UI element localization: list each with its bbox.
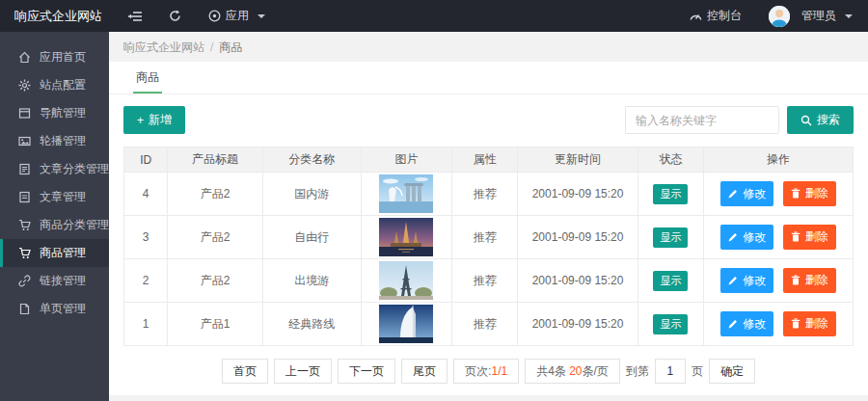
app-menu-label: 应用	[226, 8, 249, 24]
column-header-category: 分类名称	[262, 147, 361, 173]
cell-actions: 修改 删除	[703, 303, 853, 346]
burj-al-arab-thumbnail	[379, 305, 433, 343]
cell-actions: 修改 删除	[703, 216, 853, 259]
status-badge[interactable]: 显示	[653, 227, 688, 248]
topbar-left-actions: 应用	[117, 0, 277, 32]
status-badge[interactable]: 显示	[653, 314, 688, 334]
user-name-label: 管理员	[801, 8, 836, 24]
cell-updated: 2001-09-09 15:20	[518, 173, 638, 216]
avatar[interactable]	[769, 6, 790, 27]
table-row: 4 产品2 国内游	[124, 173, 854, 216]
page-info-label: 页次:	[465, 364, 491, 378]
cell-updated: 2001-09-09 15:20	[518, 259, 638, 303]
page-confirm-button[interactable]: 确定	[709, 359, 755, 384]
edit-button[interactable]: 修改	[720, 181, 773, 206]
edit-button[interactable]: 修改	[720, 311, 773, 336]
plus-icon: +	[137, 114, 144, 127]
breadcrumb-root[interactable]: 响应式企业网站	[123, 40, 204, 54]
cell-updated: 2001-09-09 15:20	[518, 303, 638, 346]
home-icon	[18, 51, 31, 64]
sidebar-item-single-page-manage[interactable]: 单页管理	[0, 295, 109, 323]
product-category-icon	[18, 219, 31, 231]
search-button[interactable]: 搜索	[787, 106, 854, 134]
page-last-button[interactable]: 尾页	[401, 359, 448, 384]
column-header-status: 状态	[637, 147, 703, 173]
tab-products[interactable]: 商品	[133, 62, 162, 94]
page-total-info: 共4条 20条/页	[525, 359, 620, 384]
refresh-icon[interactable]	[157, 0, 193, 32]
sidebar-item-article-manage[interactable]: 文章管理	[0, 183, 109, 211]
cart-icon	[18, 247, 31, 259]
edit-button[interactable]: 修改	[720, 225, 773, 250]
chevron-down-icon	[845, 14, 853, 18]
column-header-attr: 属性	[452, 147, 518, 173]
column-header-id: ID	[124, 147, 168, 173]
cell-status: 显示	[637, 216, 703, 259]
app-menu[interactable]: 应用	[197, 0, 277, 32]
cell-category: 出境游	[262, 259, 361, 303]
topbar: 响应式企业网站 应用 控制台 管理员	[0, 0, 868, 32]
cell-category: 自由行	[262, 216, 361, 259]
trash-icon	[791, 231, 800, 242]
content-area: 响应式企业网站/商品 商品 + 新增 搜索	[109, 32, 868, 401]
page-first-button[interactable]: 首页	[222, 359, 268, 384]
sidebar-item-label: 导航管理	[40, 105, 86, 121]
chevron-down-icon	[258, 14, 265, 18]
carousel-icon	[18, 135, 31, 147]
pagination: 首页 上一页 下一页 尾页 页次:1/1 共4条 20条/页 到第 页 确定	[123, 359, 854, 384]
sidebar-item-label: 商品分类管理	[40, 217, 109, 233]
status-badge[interactable]: 显示	[653, 271, 688, 291]
article-category-icon	[18, 163, 31, 175]
eiffel-tower-thumbnail	[379, 261, 433, 300]
page-prev-button[interactable]: 上一页	[274, 359, 332, 384]
table-header-row: ID 产品标题 分类名称 图片 属性 更新时间 状态 操作	[124, 147, 854, 173]
column-header-updated: 更新时间	[518, 147, 638, 173]
add-button[interactable]: + 新增	[123, 106, 185, 134]
products-table: ID 产品标题 分类名称 图片 属性 更新时间 状态 操作 4	[123, 147, 854, 346]
edit-button-label: 修改	[743, 316, 766, 333]
nav-icon	[18, 107, 31, 120]
toolbar: + 新增 搜索	[123, 106, 854, 134]
sidebar-item-app-home[interactable]: 应用首页	[0, 43, 109, 71]
delete-button[interactable]: 删除	[783, 268, 836, 293]
card-body: + 新增 搜索 ID 产品标题	[109, 94, 868, 395]
app-icon	[208, 10, 221, 22]
table-row: 2 产品2 出境游	[124, 259, 854, 303]
sidebar-item-product-manage[interactable]: 商品管理	[0, 239, 109, 267]
cell-actions: 修改 删除	[703, 173, 853, 216]
sidebar-item-nav-manage[interactable]: 导航管理	[0, 99, 109, 127]
cell-id: 3	[124, 216, 168, 259]
total-count-label: 共4条	[536, 364, 566, 378]
console-link[interactable]: 控制台	[678, 0, 753, 32]
page-goto-input[interactable]	[655, 359, 686, 384]
sidebar-item-carousel-manage[interactable]: 轮播管理	[0, 127, 109, 155]
delete-button-label: 删除	[805, 228, 828, 245]
sidebar-item-link-manage[interactable]: 链接管理	[0, 267, 109, 295]
page-next-button[interactable]: 下一页	[338, 359, 395, 384]
collapse-sidebar-icon[interactable]	[117, 0, 153, 32]
cell-image	[361, 173, 452, 216]
cell-category: 经典路线	[262, 303, 361, 346]
search-input[interactable]	[625, 106, 779, 134]
sidebar-item-article-category-manage[interactable]: 文章分类管理	[0, 155, 109, 183]
sidebar-item-label: 文章分类管理	[40, 161, 109, 177]
tab-bar: 商品	[109, 62, 868, 94]
sidebar-item-label: 站点配置	[40, 77, 86, 94]
delete-button[interactable]: 删除	[783, 225, 836, 250]
delete-button[interactable]: 删除	[783, 311, 836, 336]
trash-icon	[791, 318, 800, 329]
sidebar-item-product-category-manage[interactable]: 商品分类管理	[0, 211, 109, 239]
status-badge[interactable]: 显示	[653, 184, 688, 204]
cell-id: 4	[124, 173, 168, 216]
sidebar: 应用首页 站点配置 导航管理 轮播管理 文章分类管理 文章管理 商品分类管理	[0, 32, 109, 401]
table-row: 1 产品1 经典路线	[124, 303, 854, 346]
edit-button[interactable]: 修改	[720, 268, 773, 293]
topbar-right-actions: 控制台 管理员	[678, 0, 868, 32]
cell-attr: 推荐	[452, 303, 518, 346]
cell-id: 2	[124, 259, 168, 303]
page-info: 页次:1/1	[453, 359, 519, 384]
sidebar-item-site-config[interactable]: 站点配置	[0, 71, 109, 99]
sidebar-item-label: 商品管理	[40, 245, 86, 261]
user-menu[interactable]: 管理员	[798, 0, 856, 32]
delete-button[interactable]: 删除	[783, 181, 836, 206]
